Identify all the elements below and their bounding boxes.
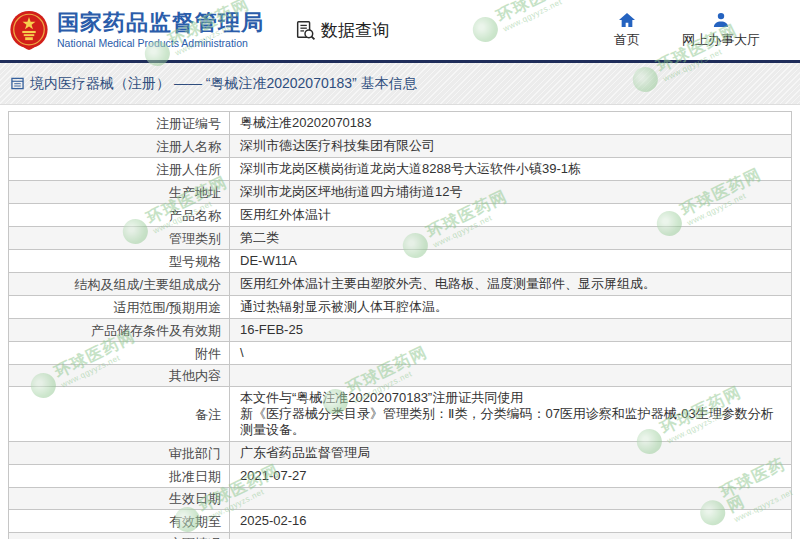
row-value: 深圳市龙岗区坪地街道四方埔街道12号 bbox=[230, 181, 791, 203]
row-label: 管理类别 bbox=[9, 227, 230, 249]
document-search-icon bbox=[294, 19, 316, 41]
row-label: 批准日期 bbox=[9, 465, 230, 487]
nav-item-home[interactable]: 首页 bbox=[614, 12, 640, 49]
header: 国家药品监督管理局 National Medical Products Admi… bbox=[0, 0, 800, 63]
row-label: 附件 bbox=[9, 342, 230, 364]
data-query-label: 数据查询 bbox=[321, 19, 389, 42]
row-label: 型号规格 bbox=[9, 250, 230, 272]
table-row: 变更情况 bbox=[9, 533, 791, 539]
table-row: 审批部门广东省药品监督管理局 bbox=[9, 442, 791, 465]
page: { "header": { "agency_title": "国家药品监督管理局… bbox=[0, 0, 800, 539]
table-row: 附件\ bbox=[9, 342, 791, 365]
row-label: 有效期至 bbox=[9, 510, 230, 532]
row-value: 通过热辐射显示被测人体耳腔体温。 bbox=[230, 296, 791, 318]
page-icon bbox=[11, 77, 24, 90]
agency-subtitle: National Medical Products Administration bbox=[57, 37, 264, 49]
row-value: 2021-07-27 bbox=[230, 465, 791, 487]
table-row: 批准日期2021-07-27 bbox=[9, 465, 791, 488]
table-row: 型号规格DE-W11A bbox=[9, 250, 791, 273]
table-row: 其他内容 bbox=[9, 365, 791, 387]
table-row: 注册证编号粤械注准20202070183 bbox=[9, 112, 791, 135]
table-row: 备注本文件与“粤械注准20202070183”注册证共同使用新《医疗器械分类目录… bbox=[9, 387, 791, 442]
table-row: 产品储存条件及有效期16-FEB-25 bbox=[9, 319, 791, 342]
row-label: 产品储存条件及有效期 bbox=[9, 319, 230, 341]
user-icon bbox=[712, 12, 730, 28]
nav-home-label: 首页 bbox=[614, 31, 640, 49]
table-row: 注册人名称深圳市德达医疗科技集团有限公司 bbox=[9, 135, 791, 158]
row-label: 审批部门 bbox=[9, 442, 230, 464]
row-label: 其他内容 bbox=[9, 365, 230, 386]
row-value: DE-W11A bbox=[230, 250, 791, 272]
row-value: \ bbox=[230, 342, 791, 364]
info-table: 注册证编号粤械注准20202070183注册人名称深圳市德达医疗科技集团有限公司… bbox=[8, 111, 792, 539]
table-row: 生效日期 bbox=[9, 488, 791, 510]
row-value: 2025-02-16 bbox=[230, 510, 791, 532]
home-icon bbox=[618, 12, 636, 28]
row-value: 医用红外体温计主要由塑胶外壳、电路板、温度测量部件、显示屏组成。 bbox=[230, 273, 791, 295]
agency-title: 国家药品监督管理局 bbox=[57, 11, 264, 35]
row-label: 注册人名称 bbox=[9, 135, 230, 157]
row-label: 注册人住所 bbox=[9, 158, 230, 180]
row-value: 第二类 bbox=[230, 227, 791, 249]
agency-logo: 国家药品监督管理局 National Medical Products Admi… bbox=[8, 9, 264, 51]
breadcrumb-bar: 境内医疗器械（注册） —— “粤械注准20202070183” 基本信息 bbox=[0, 63, 800, 105]
table-row: 生产地址深圳市龙岗区坪地街道四方埔街道12号 bbox=[9, 181, 791, 204]
row-value: 16-FEB-25 bbox=[230, 319, 791, 341]
national-emblem-icon bbox=[8, 9, 50, 51]
row-value: 粤械注准20202070183 bbox=[230, 112, 791, 134]
table-row: 注册人住所深圳市龙岗区横岗街道龙岗大道8288号大运软件小镇39-1栋 bbox=[9, 158, 791, 181]
row-label: 生产地址 bbox=[9, 181, 230, 203]
row-value bbox=[230, 488, 791, 509]
table-row: 适用范围/预期用途通过热辐射显示被测人体耳腔体温。 bbox=[9, 296, 791, 319]
row-value: 深圳市德达医疗科技集团有限公司 bbox=[230, 135, 791, 157]
row-value: 广东省药品监督管理局 bbox=[230, 442, 791, 464]
top-nav: 首页 网上办事大厅 bbox=[614, 12, 760, 49]
row-label: 备注 bbox=[9, 387, 230, 441]
row-label: 适用范围/预期用途 bbox=[9, 296, 230, 318]
row-value: 本文件与“粤械注准20202070183”注册证共同使用新《医疗器械分类目录》管… bbox=[230, 387, 791, 441]
row-label: 注册证编号 bbox=[9, 112, 230, 134]
row-label: 结构及组成/主要组成成分 bbox=[9, 273, 230, 295]
row-label: 产品名称 bbox=[9, 204, 230, 226]
breadcrumb: 境内医疗器械（注册） —— “粤械注准20202070183” 基本信息 bbox=[30, 75, 417, 93]
nav-service-hall-label: 网上办事大厅 bbox=[682, 31, 760, 49]
row-label: 生效日期 bbox=[9, 488, 230, 509]
row-value: 深圳市龙岗区横岗街道龙岗大道8288号大运软件小镇39-1栋 bbox=[230, 158, 791, 180]
row-value bbox=[230, 533, 791, 539]
table-row: 产品名称医用红外体温计 bbox=[9, 204, 791, 227]
table-row: 结构及组成/主要组成成分医用红外体温计主要由塑胶外壳、电路板、温度测量部件、显示… bbox=[9, 273, 791, 296]
nav-item-online-service-hall[interactable]: 网上办事大厅 bbox=[682, 12, 760, 49]
row-label: 变更情况 bbox=[9, 533, 230, 539]
table-row: 有效期至2025-02-16 bbox=[9, 510, 791, 533]
agency-titles: 国家药品监督管理局 National Medical Products Admi… bbox=[57, 11, 264, 49]
row-value bbox=[230, 365, 791, 386]
table-row: 管理类别第二类 bbox=[9, 227, 791, 250]
row-value: 医用红外体温计 bbox=[230, 204, 791, 226]
data-query-menu[interactable]: 数据查询 bbox=[294, 19, 389, 42]
